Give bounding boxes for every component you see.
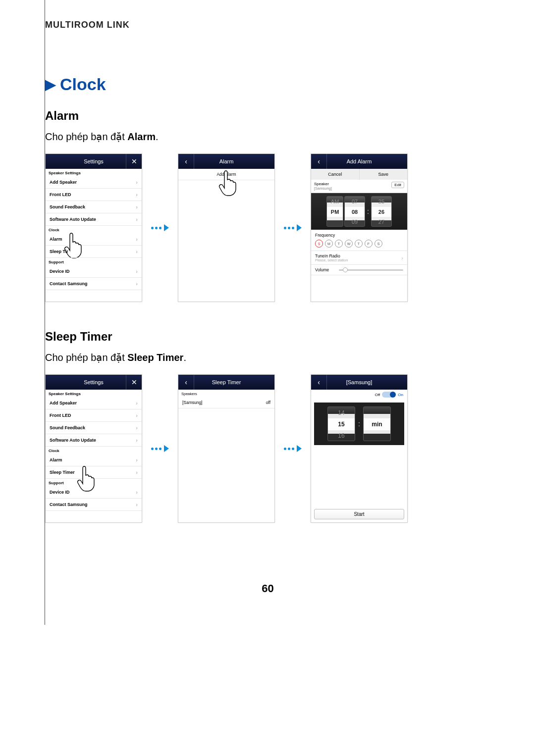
back-icon[interactable]: ‹ [178, 154, 194, 169]
alarm-heading: Alarm [45, 109, 490, 123]
item-alarm[interactable]: Alarm› [46, 454, 142, 466]
chevron-right-icon: › [136, 489, 138, 495]
day-s2[interactable]: S [374, 240, 382, 248]
volume-slider[interactable] [339, 269, 403, 271]
edit-button[interactable]: Edit [391, 182, 404, 188]
label: Contact Samsung [50, 502, 88, 507]
group-support: Support [46, 258, 142, 265]
page-number: 60 [45, 582, 490, 595]
minute-wheel[interactable]: 25 26 27 [371, 196, 392, 227]
chevron-right-icon: › [136, 412, 138, 418]
add-alarm-button[interactable]: Add Alarm [178, 169, 274, 180]
sleep-speaker-row[interactable]: [Samsung] off [178, 397, 274, 408]
min-wheel[interactable]: 14 15 16 [327, 406, 355, 441]
item-front-led[interactable]: Front LED› [46, 409, 142, 422]
item-alarm[interactable]: Alarm› [46, 233, 142, 246]
chevron-right-icon: › [136, 457, 138, 463]
wheel-cell: PM [327, 207, 343, 217]
tunein-label: TuneIn Radio [315, 253, 348, 258]
volume-label: Volume [315, 267, 329, 272]
sleep-desc-suffix: . [183, 352, 186, 363]
label: Sound Feedback [50, 425, 85, 430]
on-label: On [398, 393, 403, 397]
breadcrumb: MULTIROOM LINK [45, 20, 490, 30]
chevron-right-icon: › [136, 400, 138, 406]
group-speaker-settings: Speaker Settings [46, 390, 142, 397]
item-sleep-timer-trunc[interactable]: Sleep Tir› [46, 246, 142, 258]
arrow-icon [151, 445, 169, 452]
chevron-right-icon: › [136, 179, 138, 185]
chevron-right-icon: › [136, 216, 138, 222]
toggle-knob [390, 392, 396, 398]
back-icon[interactable]: ‹ [311, 375, 327, 390]
group-support: Support [46, 479, 142, 486]
item-front-led[interactable]: Front LED› [46, 189, 142, 201]
wheel-cell: 07 [345, 197, 365, 207]
item-add-speaker[interactable]: Add Speaker› [46, 397, 142, 409]
wheel-cell: 27 [372, 217, 391, 227]
item-contact-samsung[interactable]: Contact Samsung› [46, 278, 142, 290]
item-sound-feedback[interactable]: Sound Feedback› [46, 422, 142, 434]
close-icon[interactable]: ✕ [126, 375, 142, 390]
label: Contact Samsung [50, 281, 88, 286]
slider-thumb[interactable] [343, 267, 348, 272]
settings-phone-alarm: Settings ✕ Speaker Settings Add Speaker›… [45, 153, 142, 302]
item-software-auto-update[interactable]: Software Auto Update› [46, 434, 142, 447]
day-t[interactable]: T [335, 240, 343, 248]
day-m[interactable]: M [325, 240, 333, 248]
minute-picker[interactable]: 14 15 16 : min [314, 403, 404, 445]
group-speaker-settings: Speaker Settings [46, 169, 142, 176]
day-t2[interactable]: T [355, 240, 363, 248]
close-icon[interactable]: ✕ [126, 154, 142, 169]
back-icon[interactable]: ‹ [311, 154, 327, 169]
label: Sleep Tir [50, 249, 68, 254]
hour-wheel[interactable]: 07 08 09 [344, 196, 365, 227]
group-clock: Clock [46, 447, 142, 454]
label: Add Speaker [50, 401, 77, 405]
label: Front LED [50, 192, 71, 197]
day-s[interactable]: S [315, 240, 323, 248]
item-device-id[interactable]: Device ID› [46, 486, 142, 499]
settings-titlebar: Settings ✕ [46, 375, 142, 390]
alarm-row: Settings ✕ Speaker Settings Add Speaker›… [45, 153, 490, 302]
button-bar: Cancel Save [311, 169, 407, 180]
speaker-label: Speaker [314, 182, 404, 186]
wheel-cell: 08 [345, 207, 365, 217]
tunein-row[interactable]: TuneIn Radio Please, select station › [311, 251, 407, 265]
speaker-value: [Samsung] [314, 186, 404, 191]
alarm-desc-suffix: . [156, 131, 159, 142]
cancel-button[interactable]: Cancel [311, 169, 360, 180]
chevron-right-icon: › [136, 236, 138, 242]
chevron-right-icon: › [136, 204, 138, 210]
chevron-right-icon: › [136, 249, 138, 254]
sleep-desc-bold: Sleep Timer [127, 352, 183, 363]
day-f[interactable]: F [365, 240, 373, 248]
chevron-right-icon: › [136, 192, 138, 198]
sleep-timer-phone: ‹ Sleep Timer Speakers [Samsung] off [178, 374, 275, 523]
wheel-cell: 16 [328, 430, 355, 441]
on-off-toggle[interactable] [382, 392, 396, 398]
add-alarm-titlebar: ‹ Add Alarm [311, 154, 407, 169]
samsung-phone: ‹ [Samsung] Off On 14 15 16 : min [311, 374, 408, 523]
settings-title: Settings [84, 379, 104, 385]
unit-label: min [364, 418, 390, 430]
label: Sound Feedback [50, 204, 85, 209]
label: Add Alarm [216, 172, 236, 177]
label: Software Auto Update [50, 217, 96, 222]
alarm-desc: Cho phép bạn đặt Alarm. [45, 131, 490, 143]
back-icon[interactable]: ‹ [178, 375, 194, 390]
item-software-auto-update[interactable]: Software Auto Update› [46, 213, 142, 226]
start-button[interactable]: Start [314, 509, 404, 519]
item-sound-feedback[interactable]: Sound Feedback› [46, 201, 142, 213]
label: Device ID [50, 269, 70, 274]
item-device-id[interactable]: Device ID› [46, 265, 142, 278]
item-sleep-timer[interactable]: Sleep Timer› [46, 466, 142, 479]
day-w[interactable]: W [345, 240, 353, 248]
item-contact-samsung[interactable]: Contact Samsung› [46, 499, 142, 511]
save-button[interactable]: Save [360, 169, 408, 180]
label: Front LED [50, 413, 71, 418]
item-add-speaker[interactable]: Add Speaker› [46, 176, 142, 189]
sleep-row: Settings ✕ Speaker Settings Add Speaker›… [45, 374, 490, 523]
ampm-wheel[interactable]: AM PM [326, 196, 343, 227]
time-picker[interactable]: AM PM 07 08 09 : 25 26 27 [311, 193, 407, 230]
